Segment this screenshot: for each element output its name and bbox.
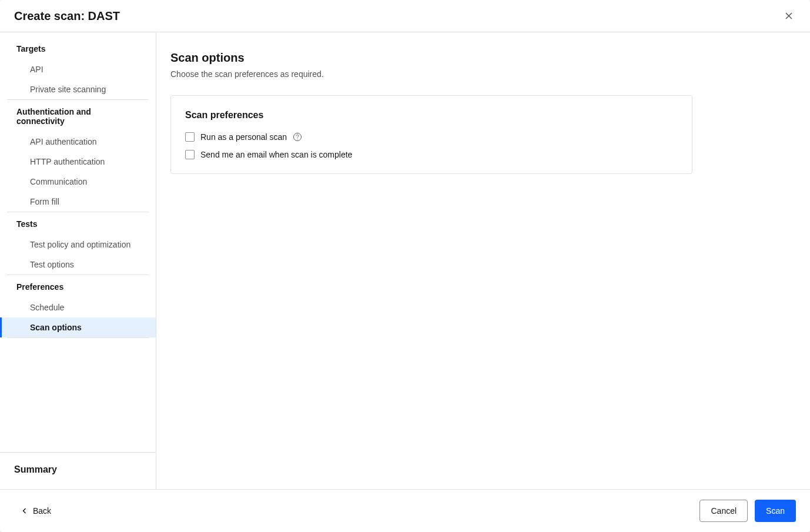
close-button[interactable] [782, 9, 796, 23]
modal-title: Create scan: DAST [14, 9, 120, 23]
scan-button[interactable]: Scan [755, 500, 796, 522]
chevron-left-icon [21, 507, 28, 514]
main-subtitle: Choose the scan preferences as required. [170, 69, 810, 79]
sidebar-section-auth: Authentication and connectivity API auth… [0, 100, 156, 212]
sidebar-item-communication[interactable]: Communication [0, 172, 156, 192]
modal-header: Create scan: DAST [0, 0, 810, 32]
sidebar-summary-title: Summary [14, 464, 142, 475]
main-content: Scan options Choose the scan preferences… [156, 32, 810, 489]
sidebar-section-targets: Targets API Private site scanning [0, 37, 156, 99]
section-header-preferences: Preferences [7, 275, 149, 297]
checkbox-email-complete[interactable] [185, 150, 195, 159]
close-icon [784, 11, 794, 21]
sidebar-summary[interactable]: Summary [0, 452, 156, 489]
sidebar-item-test-policy[interactable]: Test policy and optimization [0, 235, 156, 255]
sidebar-item-scan-options[interactable]: Scan options [0, 317, 156, 337]
sidebar-section-preferences: Preferences Schedule Scan options [0, 275, 156, 337]
sidebar-sections: Targets API Private site scanning Authen… [0, 32, 156, 452]
svg-point-3 [297, 139, 297, 139]
checkbox-label-personal-scan: Run as a personal scan [200, 132, 287, 142]
sidebar-item-api[interactable]: API [0, 59, 156, 79]
sidebar: Targets API Private site scanning Authen… [0, 32, 156, 489]
section-header-targets: Targets [7, 37, 149, 59]
checkbox-personal-scan[interactable] [185, 132, 195, 142]
create-scan-modal: Create scan: DAST Targets API Private si… [0, 0, 810, 532]
sidebar-item-form-fill[interactable]: Form fill [0, 192, 156, 212]
sidebar-item-test-options[interactable]: Test options [0, 255, 156, 275]
back-label: Back [33, 506, 51, 516]
modal-footer: Back Cancel Scan [0, 489, 810, 532]
checkbox-row-personal-scan: Run as a personal scan [185, 132, 678, 142]
cancel-button[interactable]: Cancel [699, 500, 748, 522]
sidebar-item-http-authentication[interactable]: HTTP authentication [0, 152, 156, 172]
back-button[interactable]: Back [14, 501, 58, 520]
sidebar-item-private-site-scanning[interactable]: Private site scanning [0, 79, 156, 99]
scan-preferences-card: Scan preferences Run as a personal scan [170, 95, 692, 174]
footer-actions: Cancel Scan [699, 500, 796, 522]
checkbox-row-email: Send me an email when scan is complete [185, 150, 678, 159]
sidebar-item-api-authentication[interactable]: API authentication [0, 132, 156, 152]
divider [7, 337, 149, 338]
section-header-tests: Tests [7, 212, 149, 235]
main-title: Scan options [170, 51, 810, 65]
card-title: Scan preferences [185, 110, 678, 121]
question-circle-icon [293, 132, 302, 142]
modal-body: Targets API Private site scanning Authen… [0, 32, 810, 489]
section-header-auth: Authentication and connectivity [7, 100, 149, 132]
sidebar-item-schedule[interactable]: Schedule [0, 297, 156, 317]
checkbox-label-email: Send me an email when scan is complete [200, 150, 352, 159]
help-icon[interactable] [293, 132, 302, 142]
sidebar-section-tests: Tests Test policy and optimization Test … [0, 212, 156, 275]
